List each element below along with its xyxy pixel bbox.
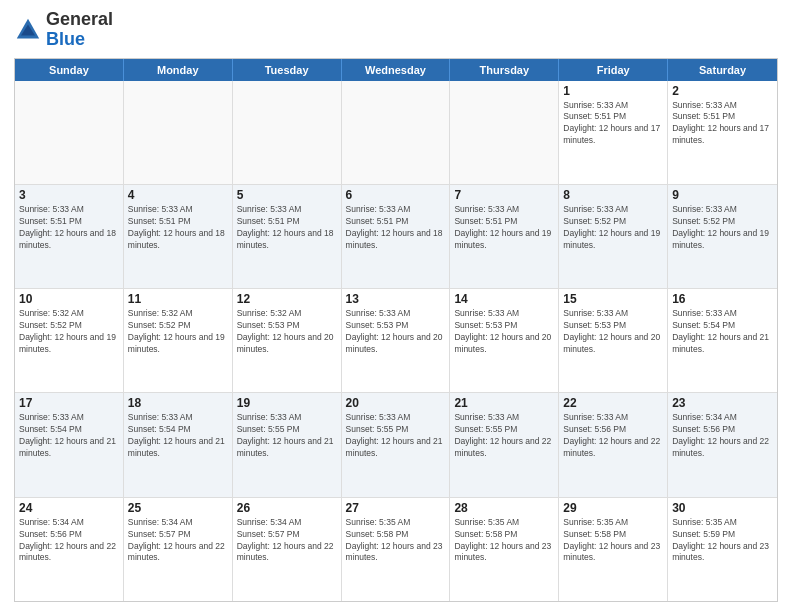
day-cell-21: 21Sunrise: 5:33 AMSunset: 5:55 PMDayligh… — [450, 393, 559, 496]
day-info: Sunrise: 5:34 AMSunset: 5:56 PMDaylight:… — [672, 412, 773, 460]
header-day-wednesday: Wednesday — [342, 59, 451, 81]
day-number: 21 — [454, 396, 554, 410]
day-cell-12: 12Sunrise: 5:32 AMSunset: 5:53 PMDayligh… — [233, 289, 342, 392]
day-cell-5: 5Sunrise: 5:33 AMSunset: 5:51 PMDaylight… — [233, 185, 342, 288]
day-number: 15 — [563, 292, 663, 306]
calendar-body: 1Sunrise: 5:33 AMSunset: 5:51 PMDaylight… — [15, 81, 777, 601]
day-cell-20: 20Sunrise: 5:33 AMSunset: 5:55 PMDayligh… — [342, 393, 451, 496]
day-info: Sunrise: 5:33 AMSunset: 5:51 PMDaylight:… — [128, 204, 228, 252]
day-number: 3 — [19, 188, 119, 202]
header-day-thursday: Thursday — [450, 59, 559, 81]
day-number: 12 — [237, 292, 337, 306]
day-info: Sunrise: 5:33 AMSunset: 5:53 PMDaylight:… — [346, 308, 446, 356]
day-cell-9: 9Sunrise: 5:33 AMSunset: 5:52 PMDaylight… — [668, 185, 777, 288]
header-day-saturday: Saturday — [668, 59, 777, 81]
day-number: 18 — [128, 396, 228, 410]
empty-cell — [342, 81, 451, 184]
day-info: Sunrise: 5:33 AMSunset: 5:51 PMDaylight:… — [672, 100, 773, 148]
empty-cell — [450, 81, 559, 184]
day-info: Sunrise: 5:33 AMSunset: 5:56 PMDaylight:… — [563, 412, 663, 460]
day-info: Sunrise: 5:33 AMSunset: 5:54 PMDaylight:… — [128, 412, 228, 460]
day-info: Sunrise: 5:35 AMSunset: 5:59 PMDaylight:… — [672, 517, 773, 565]
day-number: 9 — [672, 188, 773, 202]
day-cell-22: 22Sunrise: 5:33 AMSunset: 5:56 PMDayligh… — [559, 393, 668, 496]
day-info: Sunrise: 5:33 AMSunset: 5:53 PMDaylight:… — [454, 308, 554, 356]
day-number: 22 — [563, 396, 663, 410]
day-number: 24 — [19, 501, 119, 515]
day-number: 14 — [454, 292, 554, 306]
day-info: Sunrise: 5:33 AMSunset: 5:55 PMDaylight:… — [346, 412, 446, 460]
day-cell-8: 8Sunrise: 5:33 AMSunset: 5:52 PMDaylight… — [559, 185, 668, 288]
empty-cell — [124, 81, 233, 184]
day-cell-4: 4Sunrise: 5:33 AMSunset: 5:51 PMDaylight… — [124, 185, 233, 288]
day-cell-11: 11Sunrise: 5:32 AMSunset: 5:52 PMDayligh… — [124, 289, 233, 392]
day-cell-2: 2Sunrise: 5:33 AMSunset: 5:51 PMDaylight… — [668, 81, 777, 184]
logo-icon — [14, 16, 42, 44]
day-number: 16 — [672, 292, 773, 306]
day-number: 19 — [237, 396, 337, 410]
day-cell-26: 26Sunrise: 5:34 AMSunset: 5:57 PMDayligh… — [233, 498, 342, 601]
day-cell-27: 27Sunrise: 5:35 AMSunset: 5:58 PMDayligh… — [342, 498, 451, 601]
day-number: 1 — [563, 84, 663, 98]
day-info: Sunrise: 5:34 AMSunset: 5:56 PMDaylight:… — [19, 517, 119, 565]
day-cell-29: 29Sunrise: 5:35 AMSunset: 5:58 PMDayligh… — [559, 498, 668, 601]
day-info: Sunrise: 5:35 AMSunset: 5:58 PMDaylight:… — [563, 517, 663, 565]
day-number: 10 — [19, 292, 119, 306]
day-info: Sunrise: 5:33 AMSunset: 5:55 PMDaylight:… — [237, 412, 337, 460]
day-number: 5 — [237, 188, 337, 202]
day-info: Sunrise: 5:33 AMSunset: 5:53 PMDaylight:… — [563, 308, 663, 356]
day-number: 20 — [346, 396, 446, 410]
day-cell-28: 28Sunrise: 5:35 AMSunset: 5:58 PMDayligh… — [450, 498, 559, 601]
day-cell-15: 15Sunrise: 5:33 AMSunset: 5:53 PMDayligh… — [559, 289, 668, 392]
day-cell-23: 23Sunrise: 5:34 AMSunset: 5:56 PMDayligh… — [668, 393, 777, 496]
day-info: Sunrise: 5:33 AMSunset: 5:52 PMDaylight:… — [563, 204, 663, 252]
logo-text: General Blue — [46, 10, 113, 50]
day-info: Sunrise: 5:34 AMSunset: 5:57 PMDaylight:… — [128, 517, 228, 565]
day-cell-19: 19Sunrise: 5:33 AMSunset: 5:55 PMDayligh… — [233, 393, 342, 496]
day-number: 30 — [672, 501, 773, 515]
day-number: 28 — [454, 501, 554, 515]
day-cell-30: 30Sunrise: 5:35 AMSunset: 5:59 PMDayligh… — [668, 498, 777, 601]
day-cell-6: 6Sunrise: 5:33 AMSunset: 5:51 PMDaylight… — [342, 185, 451, 288]
day-info: Sunrise: 5:33 AMSunset: 5:52 PMDaylight:… — [672, 204, 773, 252]
day-cell-25: 25Sunrise: 5:34 AMSunset: 5:57 PMDayligh… — [124, 498, 233, 601]
day-cell-24: 24Sunrise: 5:34 AMSunset: 5:56 PMDayligh… — [15, 498, 124, 601]
day-number: 17 — [19, 396, 119, 410]
day-cell-7: 7Sunrise: 5:33 AMSunset: 5:51 PMDaylight… — [450, 185, 559, 288]
day-number: 8 — [563, 188, 663, 202]
day-cell-14: 14Sunrise: 5:33 AMSunset: 5:53 PMDayligh… — [450, 289, 559, 392]
header-day-friday: Friday — [559, 59, 668, 81]
day-number: 13 — [346, 292, 446, 306]
day-info: Sunrise: 5:34 AMSunset: 5:57 PMDaylight:… — [237, 517, 337, 565]
logo: General Blue — [14, 10, 113, 50]
calendar-week-2: 3Sunrise: 5:33 AMSunset: 5:51 PMDaylight… — [15, 185, 777, 289]
empty-cell — [15, 81, 124, 184]
header-day-monday: Monday — [124, 59, 233, 81]
header: General Blue — [14, 10, 778, 50]
day-info: Sunrise: 5:35 AMSunset: 5:58 PMDaylight:… — [454, 517, 554, 565]
day-info: Sunrise: 5:33 AMSunset: 5:51 PMDaylight:… — [19, 204, 119, 252]
header-day-tuesday: Tuesday — [233, 59, 342, 81]
day-info: Sunrise: 5:33 AMSunset: 5:51 PMDaylight:… — [346, 204, 446, 252]
day-number: 27 — [346, 501, 446, 515]
calendar-week-1: 1Sunrise: 5:33 AMSunset: 5:51 PMDaylight… — [15, 81, 777, 185]
day-number: 6 — [346, 188, 446, 202]
day-info: Sunrise: 5:32 AMSunset: 5:53 PMDaylight:… — [237, 308, 337, 356]
day-number: 29 — [563, 501, 663, 515]
day-number: 2 — [672, 84, 773, 98]
calendar-week-3: 10Sunrise: 5:32 AMSunset: 5:52 PMDayligh… — [15, 289, 777, 393]
day-info: Sunrise: 5:33 AMSunset: 5:51 PMDaylight:… — [563, 100, 663, 148]
day-info: Sunrise: 5:33 AMSunset: 5:54 PMDaylight:… — [19, 412, 119, 460]
day-cell-18: 18Sunrise: 5:33 AMSunset: 5:54 PMDayligh… — [124, 393, 233, 496]
day-number: 4 — [128, 188, 228, 202]
calendar: SundayMondayTuesdayWednesdayThursdayFrid… — [14, 58, 778, 602]
day-cell-1: 1Sunrise: 5:33 AMSunset: 5:51 PMDaylight… — [559, 81, 668, 184]
day-number: 23 — [672, 396, 773, 410]
page: General Blue SundayMondayTuesdayWednesda… — [0, 0, 792, 612]
day-info: Sunrise: 5:33 AMSunset: 5:51 PMDaylight:… — [454, 204, 554, 252]
day-info: Sunrise: 5:32 AMSunset: 5:52 PMDaylight:… — [128, 308, 228, 356]
day-number: 7 — [454, 188, 554, 202]
day-info: Sunrise: 5:33 AMSunset: 5:51 PMDaylight:… — [237, 204, 337, 252]
day-number: 11 — [128, 292, 228, 306]
calendar-week-5: 24Sunrise: 5:34 AMSunset: 5:56 PMDayligh… — [15, 498, 777, 601]
